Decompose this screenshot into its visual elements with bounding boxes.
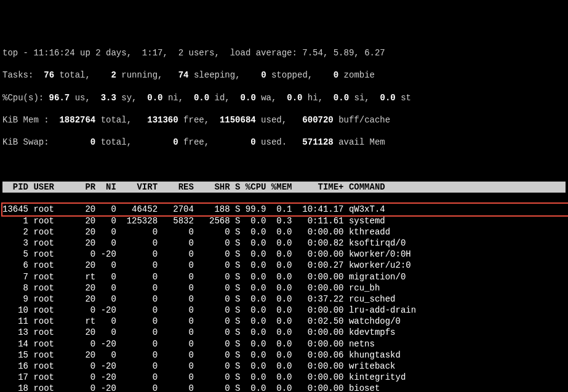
process-table-header[interactable]: PID USER PR NI VIRT RES SHR S %CPU %MEM … [2, 182, 566, 193]
process-row[interactable]: 10 root 0 -20 0 0 0 S 0.0 0.0 0:00.00 lr… [2, 305, 416, 315]
process-row[interactable]: 3 root 20 0 0 0 0 S 0.0 0.0 0:00.82 ksof… [2, 238, 406, 248]
process-row[interactable]: 2 root 20 0 0 0 0 S 0.0 0.0 0:00.00 kthr… [2, 227, 390, 237]
process-row[interactable]: 7 root rt 0 0 0 0 S 0.0 0.0 0:00.00 migr… [2, 272, 406, 282]
top-summary-tasks: Tasks: 76 total, 2 running, 74 sleeping,… [2, 70, 566, 81]
process-row[interactable]: 13 root 20 0 0 0 0 S 0.0 0.0 0:00.00 kde… [2, 327, 396, 337]
process-row[interactable]: 11 root rt 0 0 0 0 S 0.0 0.0 0:02.50 wat… [2, 316, 401, 326]
blank-line [2, 159, 566, 170]
process-list: 13645 root 20 0 46452 2704 188 S 99.9 0.… [2, 204, 566, 392]
top-summary-cpu: %Cpu(s): 96.7 us, 3.3 sy, 0.0 ni, 0.0 id… [2, 92, 566, 103]
process-row-highlighted[interactable]: 13645 root 20 0 46452 2704 188 S 99.9 0.… [1, 202, 568, 216]
process-row[interactable]: 1 root 20 0 125328 5832 2568 S 0.0 0.3 0… [2, 216, 385, 226]
process-row[interactable]: 17 root 0 -20 0 0 0 S 0.0 0.0 0:00.00 ki… [2, 372, 406, 382]
process-row[interactable]: 14 root 0 -20 0 0 0 S 0.0 0.0 0:00.00 ne… [2, 339, 375, 349]
process-row[interactable]: 5 root 0 -20 0 0 0 S 0.0 0.0 0:00.00 kwo… [2, 249, 411, 259]
process-row[interactable]: 18 root 0 -20 0 0 0 S 0.0 0.0 0:00.00 bi… [2, 383, 380, 392]
process-row[interactable]: 9 root 20 0 0 0 0 S 0.0 0.0 0:37.22 rcu_… [2, 294, 396, 304]
process-row[interactable]: 16 root 0 -20 0 0 0 S 0.0 0.0 0:00.00 wr… [2, 361, 396, 371]
top-summary-line-1: top - 11:16:24 up 2 days, 1:17, 2 users,… [2, 47, 566, 58]
process-row[interactable]: 15 root 20 0 0 0 0 S 0.0 0.0 0:00.06 khu… [2, 350, 401, 360]
process-row[interactable]: 6 root 20 0 0 0 0 S 0.0 0.0 0:00.27 kwor… [2, 260, 411, 270]
process-row[interactable]: 8 root 20 0 0 0 0 S 0.0 0.0 0:00.00 rcu_… [2, 283, 380, 293]
top-summary-mem: KiB Mem : 1882764 total, 131360 free, 11… [2, 114, 566, 126]
top-summary-swap: KiB Swap: 0 total, 0 free, 0 used. 57112… [2, 137, 566, 148]
